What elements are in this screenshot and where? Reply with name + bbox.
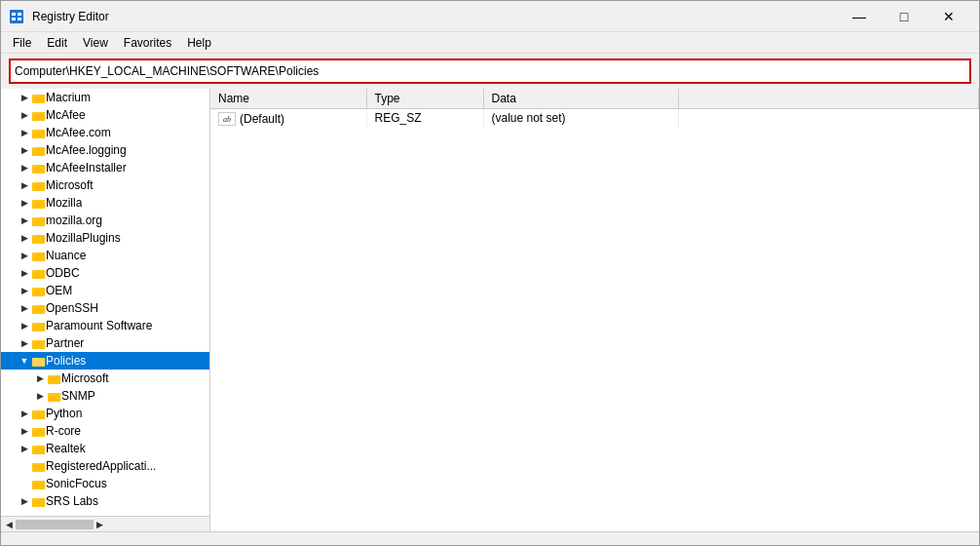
tree-item-microsoft-sub[interactable]: Microsoft: [1, 370, 209, 387]
tree-item-macrium[interactable]: Macrium: [1, 89, 209, 106]
tree-item-mcafee-logging[interactable]: McAfee.logging: [1, 141, 209, 159]
menu-bar: File Edit View Favorites Help: [1, 32, 979, 54]
tree-item-mcafee[interactable]: McAfee: [1, 106, 209, 124]
tree-arrow[interactable]: [17, 317, 32, 334]
close-button[interactable]: ✕: [926, 1, 971, 32]
tree-item-python[interactable]: Python: [1, 405, 209, 422]
tree-item-policies[interactable]: Policies: [1, 352, 209, 370]
tree-label: MozillaPlugins: [46, 231, 121, 245]
svg-rect-40: [32, 290, 45, 296]
tree-label: Partner: [46, 336, 84, 350]
tree-item-mozilla[interactable]: Mozilla: [1, 194, 209, 212]
scroll-right-arrow[interactable]: ▶: [94, 520, 106, 529]
tree-item-mcafee-com[interactable]: McAfee.com: [1, 124, 209, 141]
window-title: Registry Editor: [32, 10, 109, 23]
address-input[interactable]: [15, 64, 965, 78]
svg-rect-73: [32, 483, 45, 489]
tree-label: SonicFocus: [46, 477, 107, 490]
folder-icon: [32, 267, 46, 279]
tree-arrow[interactable]: [17, 264, 32, 282]
cell-type: REG_SZ: [366, 108, 483, 128]
tree-label: ODBC: [46, 266, 80, 280]
svg-rect-76: [32, 500, 45, 507]
column-header-data[interactable]: Data: [483, 89, 678, 108]
tree-label: SRS Labs: [46, 494, 98, 508]
tree-label: McAfee.com: [46, 126, 111, 139]
scroll-thumb[interactable]: [16, 520, 94, 529]
tree-arrow-macrium[interactable]: [17, 89, 32, 106]
tree-arrow[interactable]: [17, 141, 32, 159]
tree-item-microsoft[interactable]: Microsoft: [1, 176, 209, 194]
tree-item-partner[interactable]: Partner: [1, 334, 209, 352]
tree-item-mcafee-installer[interactable]: McAfeeInstaller: [1, 159, 209, 176]
svg-rect-49: [32, 342, 45, 349]
menu-view[interactable]: View: [75, 34, 116, 52]
menu-file[interactable]: File: [5, 34, 39, 52]
tree-arrow[interactable]: [17, 229, 32, 247]
tree-item-openssh[interactable]: OpenSSH: [1, 299, 209, 317]
svg-rect-2: [12, 18, 16, 20]
column-header-type[interactable]: Type: [366, 89, 483, 108]
tree-item-oem[interactable]: OEM: [1, 282, 209, 299]
tree-item-registered-app[interactable]: RegisteredApplicati...: [1, 457, 209, 475]
tree-arrow[interactable]: [17, 492, 32, 510]
tree-arrow[interactable]: [17, 212, 32, 229]
tree-arrow-policies[interactable]: [17, 352, 32, 370]
minimize-button[interactable]: —: [837, 1, 882, 32]
tree-item-mozilla-org[interactable]: mozilla.org: [1, 212, 209, 229]
tree-arrow[interactable]: [17, 299, 32, 317]
tree-arrow[interactable]: [17, 176, 32, 194]
column-header-name[interactable]: Name: [210, 89, 366, 108]
tree-arrow[interactable]: [17, 440, 32, 457]
svg-rect-55: [48, 377, 60, 384]
right-panel: Name Type Data ab(Default)REG_SZ(value n…: [210, 89, 979, 531]
svg-rect-7: [32, 97, 45, 103]
tree-item-sonicfocus[interactable]: SonicFocus: [1, 475, 209, 492]
tree-item-r-core[interactable]: R-core: [1, 422, 209, 440]
menu-edit[interactable]: Edit: [39, 34, 75, 52]
tree-arrow[interactable]: [17, 124, 32, 141]
svg-rect-70: [32, 465, 45, 472]
tree-arrow[interactable]: [17, 194, 32, 212]
svg-rect-67: [32, 448, 45, 454]
tree-arrow[interactable]: [17, 334, 32, 352]
tree-label: Macrium: [46, 91, 91, 104]
tree-item-realtek[interactable]: Realtek: [1, 440, 209, 457]
folder-icon: [32, 127, 46, 138]
tree-item-snmp[interactable]: SNMP: [1, 387, 209, 405]
tree-arrow[interactable]: [32, 370, 48, 387]
tree-arrow[interactable]: [17, 247, 32, 264]
tree-arrow[interactable]: [17, 159, 32, 176]
tree-item-odbc[interactable]: ODBC: [1, 264, 209, 282]
tree-item-srs-labs[interactable]: SRS Labs: [1, 492, 209, 510]
tree-arrow[interactable]: [17, 422, 32, 440]
scroll-left-arrow[interactable]: ◀: [3, 520, 16, 529]
tree-label: McAfee.logging: [46, 143, 127, 157]
menu-help[interactable]: Help: [179, 34, 219, 52]
tree-label: Paramount Software: [46, 319, 152, 332]
cell-data: (value not set): [483, 108, 678, 128]
tree-label: OEM: [46, 284, 72, 297]
folder-icon: [32, 408, 46, 419]
folder-icon: [32, 478, 46, 489]
tree-arrow[interactable]: [17, 282, 32, 299]
tree-item-nuance[interactable]: Nuance: [1, 247, 209, 264]
tree-label: Realtek: [46, 442, 86, 455]
tree-item-mozilla-plugins[interactable]: MozillaPlugins: [1, 229, 209, 247]
folder-icon: [32, 197, 46, 209]
folder-icon: [32, 144, 46, 156]
menu-favorites[interactable]: Favorites: [116, 34, 179, 52]
maximize-button[interactable]: □: [882, 1, 926, 32]
table-row[interactable]: ab(Default)REG_SZ(value not set): [210, 108, 979, 128]
tree-horizontal-scrollbar[interactable]: ◀ ▶: [1, 516, 209, 531]
svg-rect-43: [32, 307, 45, 314]
svg-rect-58: [48, 395, 60, 402]
svg-rect-13: [32, 132, 45, 138]
tree-item-paramount[interactable]: Paramount Software: [1, 317, 209, 334]
window-controls: — □ ✕: [837, 1, 971, 32]
tree-arrow[interactable]: [17, 405, 32, 422]
tree-arrow-mcafee[interactable]: [17, 106, 32, 124]
folder-icon: [32, 355, 46, 367]
tree-arrow[interactable]: [32, 387, 48, 405]
folder-icon: [32, 302, 46, 314]
